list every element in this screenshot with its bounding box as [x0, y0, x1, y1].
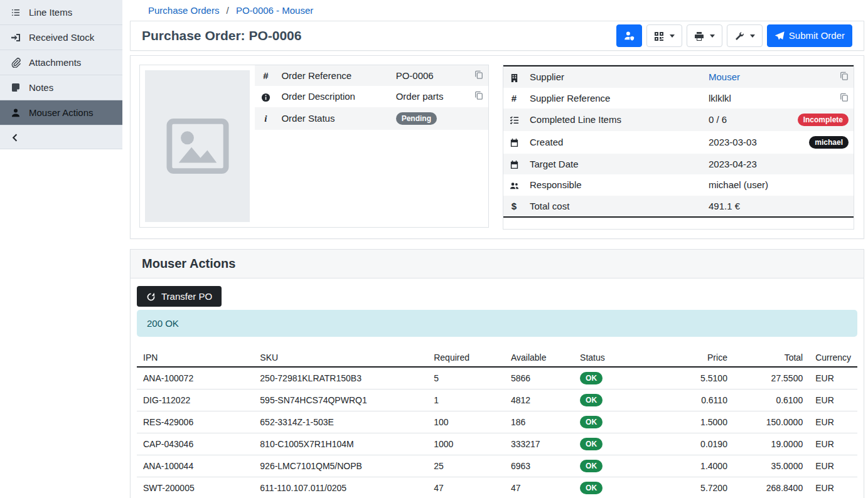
note-icon — [11, 83, 21, 93]
user-icon — [11, 108, 21, 118]
main-content: Purchase Orders / PO-0006 - Mouser Purch… — [122, 0, 868, 498]
print-menu-button[interactable] — [687, 24, 722, 47]
copy-icon[interactable] — [474, 91, 483, 100]
cell-total: 0.6100 — [734, 389, 809, 411]
submit-order-button[interactable]: Submit Order — [767, 24, 852, 47]
person-shield-icon — [624, 30, 635, 42]
detail-row-supplier: Supplier Mouser — [503, 66, 854, 88]
sidebar-item-line-items[interactable]: Line Items — [0, 0, 122, 25]
cell-price: 0.0190 — [645, 433, 734, 455]
col-header-status: Status — [574, 349, 645, 367]
breadcrumb: Purchase Orders / PO-0006 - Mouser — [130, 0, 864, 21]
detail-row-order-status: i Order Status Pending — [255, 107, 488, 130]
cell-required: 25 — [427, 455, 505, 477]
cell-total: 268.8400 — [734, 477, 809, 498]
cell-price: 0.6110 — [645, 389, 734, 411]
order-status-badge: Pending — [396, 112, 437, 125]
cell-sku: 810-C1005X7R1H104M — [254, 433, 427, 455]
calendar-icon — [510, 159, 519, 169]
cell-sku: 611-110.107.011/0205 — [254, 477, 427, 498]
cell-available: 6963 — [505, 455, 574, 477]
detail-row-order-reference: # Order Reference PO-0006 — [255, 65, 488, 86]
detail-label: Supplier — [525, 66, 704, 88]
status-alert: 200 OK — [137, 310, 857, 337]
cell-price: 5.5100 — [645, 367, 734, 389]
panel-title: Mouser Actions — [131, 250, 864, 278]
building-icon — [510, 72, 519, 82]
detail-label: Target Date — [525, 154, 704, 175]
breadcrumb-separator: / — [227, 5, 229, 16]
cell-currency: EUR — [809, 367, 857, 389]
sidebar: Line Items Received Stock Attachments No… — [0, 0, 122, 498]
table-header-row: IPN SKU Required Available Status Price … — [137, 349, 857, 367]
status-ok-badge: OK — [580, 460, 603, 472]
breadcrumb-link-current[interactable]: PO-0006 - Mouser — [236, 5, 313, 16]
table-row: RES-429006 652-3314Z-1-503E 100 186 OK 1… — [137, 411, 857, 433]
detail-label: Order Status — [276, 107, 390, 130]
cell-ipn: ANA-100044 — [137, 455, 254, 477]
cell-ipn: ANA-100072 — [137, 367, 254, 389]
cell-total: 19.0000 — [734, 433, 809, 455]
sidebar-item-label: Attachments — [29, 56, 81, 68]
user-action-button[interactable] — [616, 24, 642, 48]
copy-icon[interactable] — [840, 72, 849, 80]
cell-available: 4812 — [505, 389, 574, 411]
status-ok-badge: OK — [580, 438, 603, 450]
printer-icon — [694, 30, 704, 41]
sign-in-icon — [11, 33, 21, 43]
copy-icon[interactable] — [474, 70, 483, 79]
info-circle-icon — [261, 91, 271, 102]
status-ok-badge: OK — [580, 416, 603, 428]
cell-sku: 595-SN74HCS74QPWRQ1 — [254, 389, 427, 411]
status-ok-badge: OK — [580, 482, 603, 494]
barcode-menu-button[interactable] — [646, 24, 682, 47]
cell-currency: EUR — [809, 477, 857, 498]
cell-currency: EUR — [809, 389, 857, 411]
incomplete-badge: Incomplete — [798, 114, 849, 126]
calendar-icon — [510, 137, 519, 147]
detail-value: 491.1 € — [704, 196, 783, 217]
detail-label: Created — [525, 131, 704, 154]
detail-label: Supplier Reference — [525, 88, 704, 109]
table-row: ANA-100044 926-LMC7101QM5/NOPB 25 6963 O… — [137, 455, 857, 477]
order-info-card: # Order Reference PO-0006 Order Descript… — [139, 65, 489, 228]
detail-value: lklklkl — [704, 88, 783, 109]
transfer-po-button[interactable]: Transfer PO — [137, 286, 222, 307]
sidebar-item-notes[interactable]: Notes — [0, 75, 122, 100]
breadcrumb-link-purchase-orders[interactable]: Purchase Orders — [148, 5, 219, 16]
caret-down-icon — [750, 34, 755, 38]
info-icon: i — [264, 114, 267, 124]
sidebar-item-mouser-actions[interactable]: Mouser Actions — [0, 100, 122, 125]
cell-required: 100 — [427, 411, 505, 433]
sidebar-item-received-stock[interactable]: Received Stock — [0, 25, 122, 50]
status-ok-badge: OK — [580, 394, 603, 406]
sidebar-item-label: Mouser Actions — [29, 107, 94, 119]
page-title: Purchase Order: PO-0006 — [142, 28, 301, 43]
dollar-icon: $ — [512, 201, 517, 211]
table-row: SWT-200005 611-110.107.011/0205 47 47 OK… — [137, 477, 857, 498]
wrench-icon — [734, 30, 744, 41]
sidebar-item-label: Line Items — [29, 6, 72, 18]
cell-sku: 250-72981KLRATR150B3 — [254, 367, 427, 389]
order-info-table: # Order Reference PO-0006 Order Descript… — [255, 65, 488, 130]
supplier-link[interactable]: Mouser — [709, 72, 740, 82]
detail-value: 0 / 6 — [704, 109, 783, 131]
col-header-sku: SKU — [254, 349, 427, 367]
cell-required: 47 — [427, 477, 505, 498]
hash-icon: # — [263, 70, 268, 81]
table-row: DIG-112022 595-SN74HCS74QPWRQ1 1 4812 OK… — [137, 389, 857, 411]
sidebar-item-attachments[interactable]: Attachments — [0, 50, 122, 75]
detail-value: Order parts — [391, 86, 469, 107]
cell-sku: 652-3314Z-1-503E — [254, 411, 427, 433]
detail-row-supplier-reference: # Supplier Reference lklklkl — [503, 88, 854, 109]
users-icon — [510, 179, 519, 190]
order-actions-menu-button[interactable] — [727, 24, 763, 47]
supplier-info-table: Supplier Mouser # Supplier Reference lkl… — [503, 65, 854, 218]
detail-row-completed-line-items: Completed Line Items 0 / 6 Incomplete — [503, 109, 854, 131]
col-header-total: Total — [734, 349, 809, 367]
sidebar-collapse-button[interactable] — [0, 125, 122, 149]
order-image-placeholder[interactable] — [145, 70, 250, 222]
cell-total: 27.5500 — [734, 367, 809, 389]
col-header-currency: Currency — [809, 349, 857, 367]
copy-icon[interactable] — [840, 93, 849, 102]
